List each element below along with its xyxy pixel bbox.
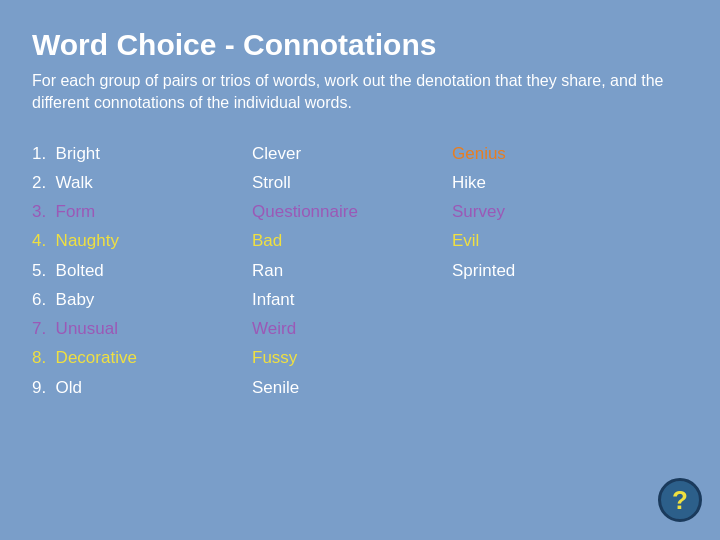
list-item: Evil	[452, 226, 612, 255]
list-item: Genius	[452, 139, 612, 168]
list-item: Senile	[252, 373, 452, 402]
question-mark-icon: ?	[672, 487, 688, 513]
list-item: Questionnaire	[252, 197, 452, 226]
list-item: 8. Decorative	[32, 343, 252, 372]
list-item: Infant	[252, 285, 452, 314]
list-item: 9. Old	[32, 373, 252, 402]
word-grid: 1. Bright 2. Walk 3. Form 4. Naughty 5. …	[32, 139, 688, 402]
list-item: Survey	[452, 197, 612, 226]
page-subtitle: For each group of pairs or trios of word…	[32, 70, 688, 115]
list-item: 6. Baby	[32, 285, 252, 314]
page-title: Word Choice - Connotations	[32, 28, 688, 62]
list-item: 1. Bright	[32, 139, 252, 168]
main-container: Word Choice - Connotations For each grou…	[0, 0, 720, 422]
list-item: 2. Walk	[32, 168, 252, 197]
list-item: Bad	[252, 226, 452, 255]
list-item: 4. Naughty	[32, 226, 252, 255]
list-item: Weird	[252, 314, 452, 343]
column-1: 1. Bright 2. Walk 3. Form 4. Naughty 5. …	[32, 139, 252, 402]
column-2: Clever Stroll Questionnaire Bad Ran Infa…	[252, 139, 452, 402]
column-3: Genius Hike Survey Evil Sprinted	[452, 139, 612, 402]
list-item: Sprinted	[452, 256, 612, 285]
help-button[interactable]: ?	[658, 478, 702, 522]
list-item: 7. Unusual	[32, 314, 252, 343]
list-item: Clever	[252, 139, 452, 168]
list-item: 3. Form	[32, 197, 252, 226]
list-item: Fussy	[252, 343, 452, 372]
list-item: Stroll	[252, 168, 452, 197]
list-item: Hike	[452, 168, 612, 197]
list-item: Ran	[252, 256, 452, 285]
list-item: 5. Bolted	[32, 256, 252, 285]
